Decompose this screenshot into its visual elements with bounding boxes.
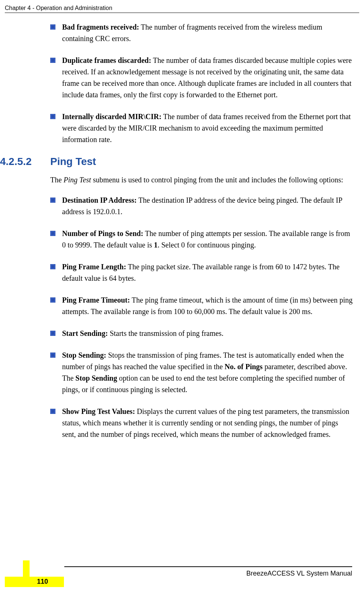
list-item: Stop Sending: Stops the transmission of … (50, 350, 353, 395)
bullet-text: Bad fragments received: The number of fr… (62, 21, 353, 44)
bullet-icon (50, 24, 55, 30)
page-number: 110 (37, 578, 48, 586)
section-heading: 4.2.5.2 Ping Test (50, 156, 353, 168)
bullet-text: Number of Pings to Send: The number of p… (62, 228, 353, 251)
bullet-text: Destination IP Address: The destination … (62, 195, 353, 218)
bullet-icon (50, 264, 55, 269)
list-item: Ping Frame Length: The ping packet size.… (50, 261, 353, 284)
header-rule (5, 13, 359, 13)
section-title: Ping Test (50, 156, 96, 168)
bullet-text: Internally discarded MIR\CIR: The number… (62, 111, 353, 145)
bullet-text: Start Sending: Starts the transmission o… (62, 328, 353, 339)
list-item: Internally discarded MIR\CIR: The number… (50, 111, 353, 145)
svg-rect-7 (51, 199, 54, 202)
bullet-text: Show Ping Test Values: Displays the curr… (62, 406, 353, 440)
bullet-text: Duplicate frames discarded: The number o… (62, 55, 353, 101)
svg-rect-19 (51, 410, 54, 413)
bullet-icon (50, 198, 55, 203)
bullet-icon (50, 114, 55, 119)
footer-rule (64, 566, 352, 567)
svg-rect-1 (51, 26, 54, 28)
svg-rect-17 (51, 354, 54, 357)
list-item: Destination IP Address: The destination … (50, 195, 353, 218)
bullet-icon (50, 409, 55, 414)
list-item: Number of Pings to Send: The number of p… (50, 228, 353, 251)
list-item: Ping Frame Timeout: The ping frame timeo… (50, 294, 353, 317)
page-content: Bad fragments received: The number of fr… (50, 21, 353, 451)
bullet-icon (50, 297, 55, 303)
footer-manual-title: BreezeACCESS VL System Manual (246, 570, 352, 577)
side-highlight-bar (5, 577, 64, 587)
svg-rect-13 (51, 299, 54, 301)
list-item: Bad fragments received: The number of fr… (50, 21, 353, 44)
svg-rect-11 (51, 265, 54, 268)
list-item: Start Sending: Starts the transmission o… (50, 328, 353, 339)
bullet-icon (50, 231, 55, 236)
svg-rect-15 (51, 332, 54, 335)
intro-paragraph: The Ping Test submenu is used to control… (50, 174, 353, 186)
chapter-header: Chapter 4 - Operation and Administration (5, 5, 112, 11)
list-item: Show Ping Test Values: Displays the curr… (50, 406, 353, 440)
bullet-icon (50, 353, 55, 358)
bullet-text: Ping Frame Timeout: The ping frame timeo… (62, 294, 353, 317)
section-number: 4.2.5.2 (0, 156, 50, 168)
svg-rect-3 (51, 59, 54, 62)
svg-rect-9 (51, 232, 54, 235)
list-item: Duplicate frames discarded: The number o… (50, 55, 353, 101)
svg-rect-5 (51, 115, 54, 118)
bullet-text: Ping Frame Length: The ping packet size.… (62, 261, 353, 284)
side-highlight-tab (23, 560, 30, 577)
bullet-icon (50, 58, 55, 63)
bullet-icon (50, 331, 55, 336)
bullet-text: Stop Sending: Stops the transmission of … (62, 350, 353, 395)
